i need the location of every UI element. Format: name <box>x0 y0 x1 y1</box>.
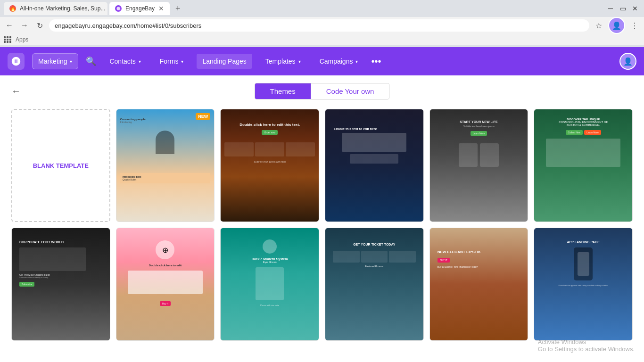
apps-grid-icon <box>4 36 12 43</box>
template-8-preview: Hackle Modern System Eye Illness Person … <box>221 228 319 340</box>
tab1-favicon: 🔥 <box>9 5 16 12</box>
nav-landing-pages-label: Landing Pages <box>202 58 246 65</box>
themes-tab[interactable]: Themes <box>255 83 311 99</box>
nav-search-icon[interactable]: 🔍 <box>86 56 96 66</box>
template-card-7[interactable]: ⊕ Double click here to edit Buy It <box>116 228 215 341</box>
nav-templates[interactable]: Templates ▾ <box>260 54 306 69</box>
apps-bar: Apps <box>0 34 644 45</box>
template-grid: BLANK TEMPLATE Connecting people Introdu… <box>11 109 633 341</box>
tab1-label: All-in-one Marketing, Sales, Sup... <box>20 5 105 12</box>
forms-chevron-icon: ▾ <box>181 59 183 64</box>
nav-campaigns[interactable]: Campaigns ▾ <box>314 54 364 69</box>
app-header: Marketing ▾ 🔍 Contacts ▾ Forms ▾ Landing… <box>0 47 644 75</box>
new-badge-1: NEW <box>196 113 210 120</box>
template-1-preview: Connecting people Introducing Introducin… <box>116 109 215 222</box>
nav-contacts[interactable]: Contacts ▾ <box>104 54 146 69</box>
nav-campaigns-label: Campaigns <box>320 58 353 65</box>
tab-bar: 🔥 All-in-one Marketing, Sales, Sup... ✕ … <box>0 0 644 17</box>
back-button[interactable]: ← <box>11 86 21 97</box>
nav-marketing-label: Marketing <box>38 58 67 65</box>
address-bar[interactable] <box>49 19 589 32</box>
template-3-preview: Enable this text to edit here <box>325 109 423 222</box>
template-card-blank[interactable]: BLANK TEMPLATE <box>11 109 110 222</box>
template-card-3[interactable]: Enable this text to edit here <box>325 109 424 222</box>
close-button[interactable]: ✕ <box>630 3 640 14</box>
campaigns-chevron-icon: ▾ <box>355 59 358 64</box>
nav-marketing[interactable]: Marketing ▾ <box>32 53 78 69</box>
tab2-favicon <box>115 5 122 12</box>
template-card-6[interactable]: CORPORATE FOOT WORLD Get The Most Amazin… <box>11 228 110 341</box>
app-logo[interactable] <box>8 53 25 70</box>
window-controls: ─ ▭ ✕ <box>605 3 640 14</box>
back-browser-button[interactable]: ← <box>4 20 15 31</box>
browser-chrome: 🔥 All-in-one Marketing, Sales, Sup... ✕ … <box>0 0 644 47</box>
svg-point-0 <box>116 7 120 10</box>
template-6-preview: CORPORATE FOOT WORLD Get The Most Amazin… <box>12 228 110 340</box>
main-content: ← Themes Code Your own BLANK TEMPLATE Co… <box>0 75 644 362</box>
template-card-10[interactable]: NEW ELEGANT LIPSTIK BUY IT Buy all Lipst… <box>429 228 528 341</box>
minimize-button[interactable]: ─ <box>605 3 616 14</box>
template-card-8[interactable]: Hackle Modern System Eye Illness Person … <box>220 228 319 341</box>
templates-chevron-icon: ▾ <box>298 59 301 64</box>
nav-more-button[interactable]: ••• <box>371 56 381 67</box>
nav-landing-pages[interactable]: Landing Pages <box>197 54 252 69</box>
code-your-own-tab[interactable]: Code Your own <box>311 83 389 99</box>
template-5-preview: DISCOVER THE UNIQUE COSMOPOLITAN ENVIRON… <box>534 109 632 222</box>
template-4-preview: START YOUR NEW LIFE Subtitle text here l… <box>430 109 528 222</box>
contacts-chevron-icon: ▾ <box>139 59 141 64</box>
new-tab-button[interactable]: + <box>172 4 184 14</box>
template-card-11[interactable]: APP LANDING PAGE Download the app and st… <box>534 228 633 341</box>
tab-switcher-row: ← Themes Code Your own <box>11 83 633 99</box>
blank-template-label: BLANK TEMPLATE <box>33 162 89 169</box>
template-card-5[interactable]: DISCOVER THE UNIQUE COSMOPOLITAN ENVIRON… <box>534 109 633 222</box>
browser-menu-button[interactable]: ⋮ <box>629 20 640 31</box>
nav-forms-label: Forms <box>160 58 179 65</box>
tab-switcher: Themes Code Your own <box>255 83 390 99</box>
template-card-9[interactable]: GET YOUR TICKET TODAY Featured Promos <box>325 228 424 341</box>
nav-contacts-label: Contacts <box>109 58 135 65</box>
nav-forms[interactable]: Forms ▾ <box>154 54 190 69</box>
template-10-preview: NEW ELEGANT LIPSTIK BUY IT Buy all Lipst… <box>430 228 528 340</box>
template-11-preview: APP LANDING PAGE Download the app and st… <box>534 228 632 340</box>
bookmark-button[interactable]: ☆ <box>593 20 604 31</box>
reload-button[interactable]: ↻ <box>34 20 45 31</box>
user-avatar[interactable]: 👤 <box>619 53 636 70</box>
browser-controls: ← → ↻ ☆ 👤 ⋮ <box>0 17 644 34</box>
nav-templates-label: Templates <box>265 58 296 65</box>
template-card-2[interactable]: Double-click here to edit this text. Ord… <box>220 109 319 222</box>
tab2-close[interactable]: ✕ <box>158 5 164 12</box>
windows-watermark: Activate WindowsGo to Settings to activa… <box>538 338 635 353</box>
apps-label: Apps <box>16 36 28 43</box>
browser-tab-2[interactable]: EngageBay ✕ <box>109 2 170 15</box>
browser-tab-1[interactable]: 🔥 All-in-one Marketing, Sales, Sup... ✕ <box>4 2 107 15</box>
tab2-label: EngageBay <box>125 5 155 12</box>
browser-user-avatar[interactable]: 👤 <box>608 17 625 34</box>
template-2-preview: Double-click here to edit this text. Ord… <box>221 109 319 222</box>
marketing-chevron-icon: ▾ <box>70 59 72 64</box>
forward-browser-button[interactable]: → <box>19 20 30 31</box>
template-7-preview: ⊕ Double click here to edit Buy It <box>116 228 215 340</box>
template-card-1[interactable]: Connecting people Introducing Introducin… <box>116 109 215 222</box>
template-card-4[interactable]: START YOUR NEW LIFE Subtitle text here l… <box>429 109 528 222</box>
maximize-button[interactable]: ▭ <box>618 3 628 14</box>
template-9-preview: GET YOUR TICKET TODAY Featured Promos <box>325 228 423 340</box>
